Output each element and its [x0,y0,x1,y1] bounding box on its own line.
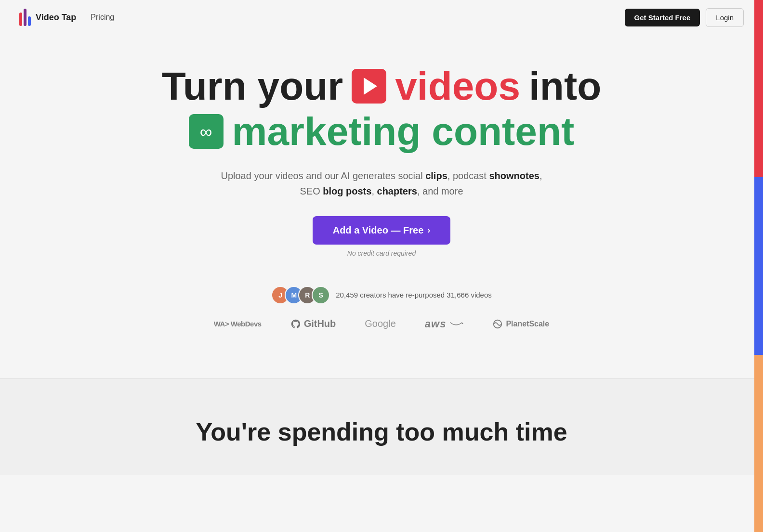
infinity-badge-icon: ∞ [189,114,224,149]
side-bar-red [754,0,763,177]
hero-section: Turn your videos into ∞ marketing conten… [0,35,763,354]
no-credit-card-text: No credit card required [347,249,416,257]
google-logo-text: Google [365,318,396,329]
brand-google: Google [365,318,396,329]
hero-text-turn: Turn your [162,64,343,109]
youtube-badge-icon [352,69,386,104]
logo-bar-2 [24,9,26,26]
navbar: Video Tap Pricing Get Started Free Login [0,0,763,35]
side-decoration [754,0,763,532]
github-logo-text: GitHub [304,318,336,329]
hero-sub-shownotes: shownotes [489,170,539,181]
logo-text: Video Tap [36,13,76,23]
avatar-group: J M R S [271,286,330,304]
logo-link[interactable]: Video Tap [19,9,76,26]
planetscale-logo-text: PlanetScale [506,320,549,328]
hero-subtext: Upload your videos and our AI generates … [213,168,550,199]
aws-logo-text: aws [425,318,447,330]
side-bar-yellow [754,355,763,532]
brand-webdevs: WA> WebDevs [214,320,262,328]
hero-heading-line2: ∞ marketing content [162,109,602,154]
nav-actions: Get Started Free Login [625,8,744,27]
logo-bar-1 [19,13,22,26]
webdevs-logo-text: WA> WebDevs [214,320,262,328]
logo-icon [19,9,31,26]
brand-logos: WA> WebDevs GitHub Google aws PlanetScal… [214,318,549,330]
hero-sub-5: , and more [417,186,463,196]
nav-links: Pricing [91,13,114,22]
login-button[interactable]: Login [706,8,744,27]
infinity-symbol: ∞ [200,122,212,142]
side-bar-blue [754,177,763,354]
add-video-button[interactable]: Add a Video — Free › [313,216,451,245]
avatar-4: S [312,286,330,304]
brand-planetscale: PlanetScale [492,319,549,329]
hero-text-marketing: marketing content [232,109,575,154]
github-icon [290,319,301,329]
planetscale-icon [492,319,503,329]
hero-text-into: into [529,64,601,109]
cta-label: Add a Video — Free [333,225,424,236]
aws-smile-icon [449,321,463,327]
logo-bar-3 [28,16,31,26]
social-proof: J M R S 20,459 creators have re-purposed… [271,286,492,304]
hero-sub-clips: clips [425,170,447,181]
hero-heading: Turn your videos into ∞ marketing conten… [162,64,602,155]
brand-github: GitHub [290,318,336,329]
hero-text-videos: videos [395,64,520,109]
hero-sub-chapters: chapters [377,186,417,196]
section2-title: You're spending too much time [19,417,744,446]
play-icon [364,78,377,95]
svg-marker-0 [462,323,464,324]
hero-sub-1: Upload your videos and our AI generates … [221,170,422,181]
section-2: You're spending too much time [0,379,763,475]
hero-sub-2: , podcast [447,170,487,181]
nav-link-pricing[interactable]: Pricing [91,13,114,22]
cta-arrow-icon: › [427,225,430,235]
hero-sub-4: , [371,186,374,196]
get-started-button[interactable]: Get Started Free [625,9,700,26]
brand-aws: aws [425,318,464,330]
hero-heading-line1: Turn your videos into [162,64,602,109]
hero-sub-blog: blog posts [323,186,371,196]
social-proof-text: 20,459 creators have re-purposed 31,666 … [336,291,492,299]
